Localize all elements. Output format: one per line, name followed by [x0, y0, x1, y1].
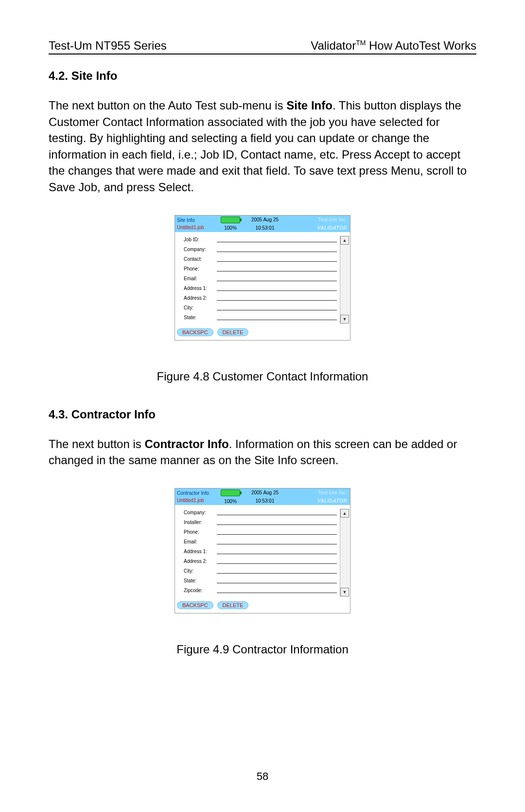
delete-button[interactable]: DELETE — [217, 328, 249, 336]
field-input[interactable] — [217, 275, 337, 281]
field-input[interactable] — [217, 236, 337, 242]
field-input[interactable] — [217, 548, 337, 554]
field-input[interactable] — [217, 509, 337, 515]
field-input[interactable] — [217, 285, 337, 291]
field-label: Email: — [184, 276, 214, 281]
field-input[interactable] — [217, 314, 337, 320]
battery-percent: 100% — [224, 225, 237, 231]
site-info-fields: Job ID: Company: Contact: Phone: Email: … — [175, 236, 340, 324]
date-label: 2005 Aug 25 — [244, 217, 286, 222]
field-label: State: — [184, 315, 214, 320]
field-label: Zipcode: — [184, 588, 214, 593]
field-label: Address 1: — [184, 286, 214, 291]
field-input[interactable] — [217, 519, 337, 525]
brand-product: VALIDATOR — [317, 225, 347, 231]
field-label: Address 1: — [184, 549, 214, 554]
brand-company: Test-Um Inc. — [318, 490, 347, 495]
site-info-screenshot: Site Info Untitled1.job 100% 2005 Aug 25… — [175, 215, 350, 341]
field-label: Address 2: — [184, 295, 214, 301]
field-label: Company: — [184, 247, 214, 252]
contractor-info-fields: Company: Installer: Phone: Email: Addres… — [175, 509, 340, 596]
field-label: Phone: — [184, 266, 214, 271]
field-input[interactable] — [217, 538, 337, 544]
scroll-down-icon[interactable]: ▼ — [340, 588, 349, 596]
date-label: 2005 Aug 25 — [244, 490, 286, 495]
field-label: Company: — [184, 510, 214, 515]
header-left: Test-Um NT955 Series — [49, 39, 167, 53]
job-filename: Untitled1.job — [177, 498, 215, 503]
battery-icon — [221, 489, 240, 496]
field-label: Contact: — [184, 256, 214, 262]
field-input[interactable] — [217, 587, 337, 593]
field-input[interactable] — [217, 246, 337, 252]
section-4-2-title: 4.2. Site Info — [49, 69, 476, 83]
job-filename: Untitled1.job — [177, 225, 215, 230]
screen-title: Contractor Info — [177, 490, 215, 496]
field-input[interactable] — [217, 255, 337, 262]
header-right: ValidatorTM How AutoTest Works — [311, 39, 476, 53]
field-input[interactable] — [217, 304, 337, 310]
section-4-3-title: 4.3. Contractor Info — [49, 408, 476, 421]
figure-4-9-caption: Figure 4.9 Contractor Information — [49, 643, 476, 656]
field-label: State: — [184, 578, 214, 583]
section-4-3-paragraph: The next button is Contractor Info. Info… — [49, 436, 476, 469]
field-label: Job ID: — [184, 237, 214, 242]
field-input[interactable] — [217, 265, 337, 271]
page-header: Test-Um NT955 Series ValidatorTM How Aut… — [49, 39, 476, 54]
section-4-2-paragraph: The next button on the Auto Test sub-men… — [49, 97, 476, 196]
scrollbar[interactable]: ▲ ▼ — [340, 236, 349, 324]
field-input[interactable] — [217, 294, 337, 301]
field-label: Installer: — [184, 520, 214, 525]
field-label: City: — [184, 568, 214, 574]
trademark-superscript: TM — [356, 39, 366, 47]
battery-icon — [221, 217, 240, 223]
battery-percent: 100% — [224, 499, 237, 504]
field-label: Email: — [184, 539, 214, 544]
backspc-button[interactable]: BACKSPC — [177, 328, 213, 336]
delete-button[interactable]: DELETE — [217, 601, 249, 609]
time-label: 10:53:01 — [244, 225, 286, 231]
figure-4-8-caption: Figure 4.8 Customer Contact Information — [49, 370, 476, 383]
screen-title: Site Info — [177, 217, 215, 223]
scroll-down-icon[interactable]: ▼ — [340, 315, 349, 324]
field-label: City: — [184, 305, 214, 310]
brand-company: Test-Um Inc. — [318, 217, 347, 222]
field-input[interactable] — [217, 528, 337, 535]
device-header: Site Info Untitled1.job 100% 2005 Aug 25… — [175, 216, 350, 232]
field-input[interactable] — [217, 558, 337, 564]
brand-product: VALIDATOR — [317, 498, 347, 504]
device-header: Contractor Info Untitled1.job 100% 2005 … — [175, 488, 350, 505]
field-input[interactable] — [217, 577, 337, 583]
scrollbar[interactable]: ▲ ▼ — [340, 509, 349, 596]
scroll-up-icon[interactable]: ▲ — [340, 509, 349, 518]
field-label: Phone: — [184, 529, 214, 535]
contractor-info-screenshot: Contractor Info Untitled1.job 100% 2005 … — [175, 488, 350, 614]
page-number: 58 — [0, 770, 525, 783]
time-label: 10:53:01 — [244, 498, 286, 504]
scroll-up-icon[interactable]: ▲ — [340, 236, 349, 245]
field-label: Address 2: — [184, 559, 214, 564]
backspc-button[interactable]: BACKSPC — [177, 601, 213, 609]
field-input[interactable] — [217, 567, 337, 574]
